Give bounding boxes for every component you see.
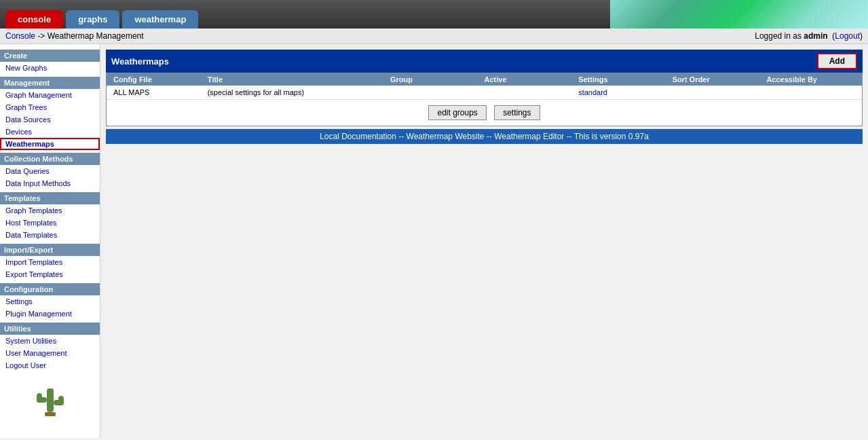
tab-weathermap[interactable]: weathermap (122, 10, 198, 29)
col-header-group: Group (388, 75, 482, 84)
add-button[interactable]: Add (817, 53, 857, 69)
breadcrumb-separator: -> (37, 31, 47, 41)
tab-graphs[interactable]: graphs (66, 10, 119, 29)
sidebar-section-collection: Collection Methods (0, 153, 100, 165)
panel-header: Weathermaps Add (106, 50, 863, 73)
sidebar-item-user-management[interactable]: User Management (0, 347, 100, 359)
sidebar-item-weathermaps[interactable]: Weathermaps (0, 138, 100, 150)
header-graphic (610, 0, 868, 29)
sidebar-item-logout-user[interactable]: Logout User (0, 359, 100, 371)
sidebar-section-utilities: Utilities (0, 323, 100, 335)
breadcrumb-current: Weathermap Management (48, 31, 144, 41)
sidebar-item-import-templates[interactable]: Import Templates (0, 256, 100, 268)
panel-title: Weathermaps (111, 56, 169, 67)
col-header-accessible-by: Accessible By (763, 75, 858, 84)
sidebar-section-configuration: Configuration (0, 283, 100, 295)
sidebar-item-plugin-management[interactable]: Plugin Management (0, 308, 100, 320)
breadcrumb: Console -> Weathermap Management (5, 31, 144, 41)
sidebar-section-create: Create (0, 50, 100, 62)
sidebar-item-host-templates[interactable]: Host Templates (0, 217, 100, 229)
sidebar-item-data-input-methods[interactable]: Data Input Methods (0, 177, 100, 189)
tab-console[interactable]: console (5, 10, 63, 29)
table-header: Config File Title Group Active Settings … (107, 73, 862, 86)
col-header-settings: Settings (575, 75, 670, 84)
sidebar-item-graph-management[interactable]: Graph Management (0, 89, 100, 101)
col-header-active: Active (482, 75, 576, 84)
cell-config-file: ALL MAPS (111, 88, 205, 96)
svg-rect-5 (45, 412, 56, 416)
login-info: Logged in as admin (Logout) (755, 31, 863, 41)
content-area: Weathermaps Add Config File Title Group … (100, 44, 868, 438)
sidebar-item-data-sources[interactable]: Data Sources (0, 113, 100, 126)
svg-rect-0 (47, 388, 54, 412)
weathermaps-table: Config File Title Group Active Settings … (106, 73, 863, 126)
sidebar-item-graph-trees[interactable]: Graph Trees (0, 101, 100, 113)
settings-button[interactable]: settings (494, 105, 540, 120)
svg-rect-4 (58, 396, 64, 405)
actions-row: edit groups settings (107, 100, 862, 126)
breadcrumb-bar: Console -> Weathermap Management Logged … (0, 29, 868, 44)
sidebar-item-data-queries[interactable]: Data Queries (0, 165, 100, 177)
col-header-sort-order: Sort Order (670, 75, 764, 84)
sidebar-item-devices[interactable]: Devices (0, 126, 100, 138)
sidebar-item-data-templates[interactable]: Data Templates (0, 229, 100, 241)
sidebar-item-graph-templates[interactable]: Graph Templates (0, 204, 100, 217)
sidebar-item-new-graphs[interactable]: New Graphs (0, 62, 100, 74)
logged-in-user: admin (804, 31, 827, 41)
main-layout: Create New Graphs Management Graph Manag… (0, 44, 868, 438)
breadcrumb-home[interactable]: Console (5, 31, 35, 41)
sidebar: Create New Graphs Management Graph Manag… (0, 44, 100, 438)
cell-settings: standard (575, 88, 670, 96)
svg-rect-2 (37, 393, 42, 403)
edit-groups-button[interactable]: edit groups (428, 105, 486, 120)
logout-link[interactable]: Logout (835, 31, 860, 41)
sidebar-item-system-utilities[interactable]: System Utilities (0, 335, 100, 347)
sidebar-section-importexport: Import/Export (0, 244, 100, 256)
col-header-title: Title (205, 75, 388, 84)
logged-in-text: Logged in as (755, 31, 804, 41)
sidebar-item-settings[interactable]: Settings (0, 295, 100, 308)
sidebar-section-management: Management (0, 77, 100, 89)
cactus-logo (0, 385, 100, 421)
info-bar: Local Documentation -- Weathermap Websit… (106, 129, 863, 144)
top-navigation: console graphs weathermap (0, 0, 868, 29)
col-header-config-file: Config File (111, 75, 205, 84)
settings-link[interactable]: standard (578, 88, 607, 96)
sidebar-section-templates: Templates (0, 192, 100, 204)
sidebar-item-export-templates[interactable]: Export Templates (0, 268, 100, 280)
cell-title: (special settings for all maps) (205, 88, 388, 96)
table-row: ALL MAPS (special settings for all maps)… (107, 86, 862, 100)
